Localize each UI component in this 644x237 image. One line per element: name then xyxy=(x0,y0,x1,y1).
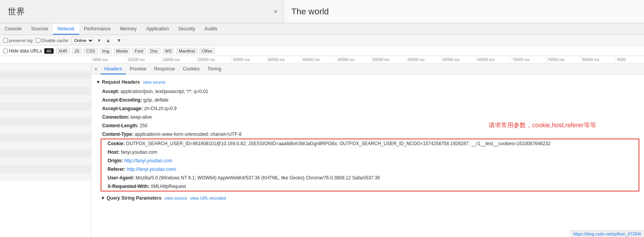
header-cookie: Cookie: OUTFOX_SEARCH_USER_ID=961608101@… xyxy=(101,139,639,148)
headers-content: ▼ Request Headers view source Accept: ap… xyxy=(91,75,644,205)
sub-tab-preview[interactable]: Preview xyxy=(126,64,150,74)
tab-application[interactable]: Application xyxy=(141,24,174,35)
tab-security[interactable]: Security xyxy=(174,24,200,35)
query-string-view-url-encoded[interactable]: view URL encoded xyxy=(190,196,226,200)
upload-btn[interactable]: ▲ xyxy=(104,38,112,43)
tab-performance[interactable]: Performance xyxy=(79,24,115,35)
throttle-select[interactable]: Online xyxy=(71,37,94,44)
disable-cache-label: Disable cache xyxy=(42,38,68,43)
timeline-ruler: 0000 ms 15000 ms 20000 ms 25000 ms 30000… xyxy=(0,56,644,64)
hide-data-urls-checkbox[interactable] xyxy=(3,49,8,53)
list-item[interactable] xyxy=(0,142,91,149)
tab-sources[interactable]: Sources xyxy=(26,24,53,35)
list-item[interactable] xyxy=(0,165,91,173)
list-item[interactable] xyxy=(0,95,91,103)
request-list-panel[interactable] xyxy=(0,64,91,237)
left-window-title: 世界 xyxy=(8,6,25,18)
list-item[interactable] xyxy=(0,103,91,111)
devtools-tab-bar: Console Sources Network Performance Memo… xyxy=(0,23,644,35)
filter-tag-other[interactable]: Other xyxy=(200,48,215,54)
ruler-mark-14: 80000 ms xyxy=(581,56,616,63)
header-origin: Origin: http://fanyi.youdao.com xyxy=(101,156,639,165)
filter-bar: Hide data URLs All XHR JS CSS Img Media … xyxy=(0,46,644,56)
filter-tag-js[interactable]: JS xyxy=(72,48,82,54)
list-item[interactable] xyxy=(0,149,91,157)
main-content: × Headers Preview Response Cookies Timin… xyxy=(0,64,644,237)
header-accept-encoding: Accept-Encoding: gzip, deflate xyxy=(96,96,639,104)
sub-tab-bar: × Headers Preview Response Cookies Timin… xyxy=(91,64,644,75)
list-item[interactable] xyxy=(0,64,91,72)
header-content-type: Content-Type: application/x-www-form-url… xyxy=(96,130,639,139)
filter-tag-font[interactable]: Font xyxy=(132,48,146,54)
ruler-mark-15: 8500 xyxy=(616,56,644,63)
list-item[interactable] xyxy=(0,118,91,126)
request-headers-view-source[interactable]: view source xyxy=(143,80,165,84)
tab-network[interactable]: Network xyxy=(53,24,79,35)
preserve-log-label: preserve log xyxy=(9,38,33,43)
hide-data-urls-label: Hide data URLs xyxy=(9,48,42,54)
ruler-mark-7: 45000 ms xyxy=(336,56,371,63)
filter-tag-css[interactable]: CSS xyxy=(84,48,97,54)
disable-cache-checkbox[interactable] xyxy=(36,38,40,43)
list-item[interactable] xyxy=(0,126,91,134)
sub-tab-headers[interactable]: Headers xyxy=(101,64,126,74)
header-user-agent: User-Agent: Mozilla/5.0 (Windows NT 6.1;… xyxy=(101,174,639,182)
ruler-mark-5: 35000 ms xyxy=(266,56,301,63)
ruler-mark-11: 65000 ms xyxy=(476,56,511,63)
sub-tab-timing[interactable]: Timing xyxy=(204,64,225,74)
ruler-mark-4: 30000 ms xyxy=(231,56,266,63)
sub-tab-close-button[interactable]: × xyxy=(94,66,97,72)
filter-tag-img[interactable]: Img xyxy=(100,48,111,54)
sub-tab-response[interactable]: Response xyxy=(150,64,179,74)
list-item[interactable] xyxy=(0,134,91,142)
header-x-requested-with: X-Requested-With: XMLHttpRequest xyxy=(101,182,639,191)
ruler-mark-9: 55000 ms xyxy=(406,56,441,63)
download-btn[interactable]: ▼ xyxy=(115,38,123,43)
ruler-mark-13: 75000 ms xyxy=(546,56,581,63)
list-item[interactable] xyxy=(0,72,91,79)
tab-audits[interactable]: Audits xyxy=(200,24,222,35)
network-toolbar: preserve log Disable cache Online ▼ ▲ ▼ xyxy=(0,35,644,46)
list-item[interactable] xyxy=(0,173,91,181)
filter-tag-ws[interactable]: WS xyxy=(163,48,174,54)
tab-memory[interactable]: Memory xyxy=(115,24,141,35)
preserve-log-checkbox[interactable] xyxy=(3,38,8,43)
close-button[interactable]: × xyxy=(274,8,277,15)
filter-tag-manifest[interactable]: Manifest xyxy=(176,48,197,54)
ruler-mark-1: 15000 ms xyxy=(126,56,161,63)
annotation-text: 请求常用参数，cookie,host,referer等等 xyxy=(489,121,636,130)
filter-tag-doc[interactable]: Doc xyxy=(148,48,160,54)
query-string-view-source[interactable]: view source xyxy=(165,196,187,200)
request-headers-title-text: ▼ Request Headers xyxy=(96,79,140,85)
ruler-mark-12: 70000 ms xyxy=(511,56,546,63)
request-headers-section-title: ▼ Request Headers view source xyxy=(96,79,639,85)
tab-console[interactable]: Console xyxy=(0,24,26,35)
filter-tag-all[interactable]: All xyxy=(44,48,54,54)
query-string-section: ▼ Query String Parameters view source vi… xyxy=(96,194,639,202)
ruler-mark-0: 0000 ms xyxy=(91,56,126,63)
highlighted-headers-box: Cookie: OUTFOX_SEARCH_USER_ID=961608101@… xyxy=(101,139,639,191)
list-item[interactable] xyxy=(0,79,91,87)
filter-tag-xhr[interactable]: XHR xyxy=(56,48,70,54)
query-string-title: ▼ Query String Parameters xyxy=(101,195,162,201)
sub-tab-cookies[interactable]: Cookies xyxy=(179,64,204,74)
right-window-title: The world xyxy=(291,7,329,17)
header-referer: Referer: http://fanyi.youdao.com/ xyxy=(101,165,639,174)
ruler-mark-6: 40000 ms xyxy=(301,56,336,63)
header-host: Host: fanyi.youdao.com xyxy=(101,148,639,156)
header-accept-language: Accept-Language: zh-CN,zh;q=0.9 xyxy=(96,104,639,113)
ruler-mark-8: 50000 ms xyxy=(371,56,406,63)
header-accept: Accept: application/json, text/javascrip… xyxy=(96,87,639,96)
list-item[interactable] xyxy=(0,111,91,118)
ruler-mark-10: 60000 ms xyxy=(441,56,476,63)
ruler-mark-3: 25000 ms xyxy=(196,56,231,63)
status-bar: https://blog.csdn.net/python_07264t xyxy=(570,230,644,237)
list-item[interactable] xyxy=(0,157,91,165)
list-item[interactable] xyxy=(0,87,91,95)
header-connection: Connection: keep-alive xyxy=(96,113,639,121)
request-detail-panel: × Headers Preview Response Cookies Timin… xyxy=(91,64,644,237)
filter-tag-media[interactable]: Media xyxy=(114,48,130,54)
ruler-mark-2: 20000 ms xyxy=(161,56,196,63)
status-url: https://blog.csdn.net/python_07264t xyxy=(573,232,641,236)
